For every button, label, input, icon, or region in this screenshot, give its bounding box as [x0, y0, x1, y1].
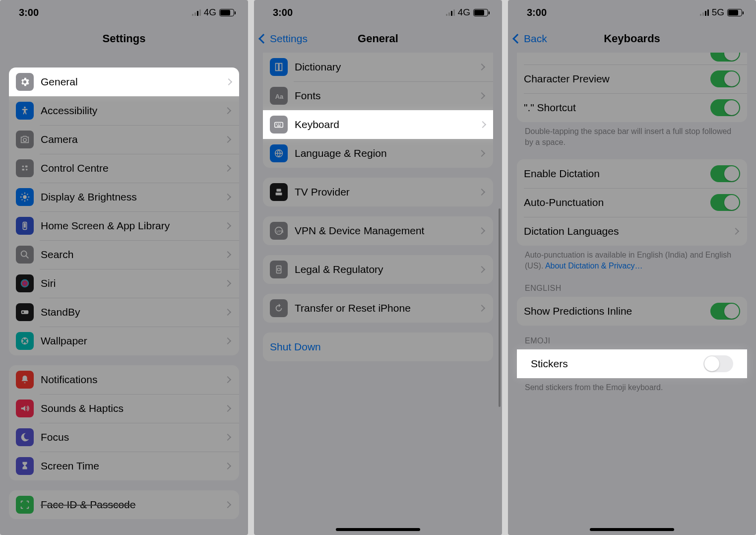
row-dictionary[interactable]: Dictionary: [263, 53, 493, 81]
signal-icon: [700, 9, 709, 16]
section-header: EMOJI: [517, 326, 747, 349]
row-accessibility[interactable]: Accessibility: [9, 96, 239, 125]
network-label: 4G: [204, 7, 216, 18]
svg-rect-3: [25, 166, 28, 168]
row-label: Screen Time: [41, 460, 225, 472]
toggle-switch[interactable]: [710, 194, 740, 211]
row-label: Home Screen & App Library: [41, 220, 225, 232]
row-display-brightness[interactable]: Display & Brightness: [9, 183, 239, 211]
face-id-icon: [16, 496, 34, 514]
row-camera[interactable]: Camera: [9, 125, 239, 154]
chevron-right-icon: [478, 227, 485, 234]
row-wallpaper[interactable]: Wallpaper: [9, 327, 239, 355]
chevron-right-icon: [224, 309, 231, 316]
home-indicator[interactable]: [590, 528, 674, 531]
row-label: Notifications: [41, 374, 225, 386]
home-indicator[interactable]: [336, 528, 420, 531]
row-label: Sounds & Haptics: [41, 402, 225, 414]
toggle-switch[interactable]: [710, 165, 740, 182]
chevron-left-icon: [512, 34, 522, 44]
keyboard-icon: [270, 116, 288, 134]
svg-rect-4: [22, 169, 25, 171]
chevron-right-icon: [478, 92, 485, 99]
row-stickers[interactable]: Stickers: [524, 349, 740, 378]
row-siri[interactable]: Siri: [9, 269, 239, 298]
toggle-predictions[interactable]: [710, 303, 740, 320]
row-character-preview[interactable]: Character Preview: [517, 65, 747, 93]
svg-point-0: [24, 107, 26, 109]
chevron-right-icon: [478, 150, 485, 157]
globe-icon: [270, 144, 288, 162]
phone-keyboards: 3:00 5G Back Keyboards Character Preview…: [508, 0, 756, 535]
svg-point-12: [22, 311, 24, 313]
svg-rect-25: [276, 189, 281, 192]
camera-icon: [16, 131, 34, 148]
legal-icon: [270, 261, 288, 278]
row-control-centre[interactable]: Control Centre: [9, 154, 239, 183]
toggle-switch[interactable]: [710, 53, 740, 62]
nav-bar: Settings General: [254, 25, 502, 53]
toggle-switch[interactable]: [710, 99, 740, 116]
row-language-region[interactable]: Language & Region: [263, 139, 493, 168]
gear-icon: [16, 73, 34, 91]
toggle-switch[interactable]: [710, 70, 740, 87]
row-enable-dictation[interactable]: Enable Dictation: [517, 159, 747, 188]
row-screen-time[interactable]: Screen Time: [9, 452, 239, 480]
row-focus[interactable]: Focus: [9, 423, 239, 452]
row-sounds-haptics[interactable]: Sounds & Haptics: [9, 394, 239, 423]
row-label: Show Predictions Inline: [524, 305, 710, 317]
row-notifications[interactable]: Notifications: [9, 365, 239, 394]
row--shortcut[interactable]: "." Shortcut: [517, 93, 747, 122]
chevron-right-icon: [479, 121, 486, 128]
signal-icon: [446, 9, 455, 16]
row-transfer-or-reset-iphone[interactable]: Transfer or Reset iPhone: [263, 294, 493, 323]
back-button[interactable]: Settings: [260, 33, 308, 45]
footer-note: Send stickers from the Emoji keyboard.: [517, 378, 747, 395]
row-tv-provider[interactable]: TV Provider: [263, 178, 493, 206]
row-face-id[interactable]: Face ID & Passcode: [9, 490, 239, 519]
row-home-screen-app-library[interactable]: Home Screen & App Library: [9, 211, 239, 240]
row-vpn-device-management[interactable]: VPNVPN & Device Management: [263, 216, 493, 245]
row-label: TV Provider: [295, 186, 479, 198]
display-icon: [16, 188, 34, 206]
chevron-right-icon: [225, 78, 232, 85]
status-time: 3:00: [527, 7, 547, 18]
chevron-right-icon: [224, 405, 231, 412]
scroll-indicator[interactable]: [499, 208, 501, 407]
row-search[interactable]: Search: [9, 240, 239, 269]
status-time: 3:00: [19, 7, 39, 18]
row-shutdown[interactable]: Shut Down: [263, 333, 493, 361]
siri-icon: [16, 274, 34, 292]
bell-icon: [16, 371, 34, 389]
row-label: Wallpaper: [41, 335, 225, 347]
chevron-right-icon: [478, 305, 485, 312]
svg-rect-20: [276, 124, 277, 125]
status-bar: 3:00 4G: [0, 0, 248, 25]
chevron-right-icon: [224, 251, 231, 258]
nav-bar: Back Keyboards: [508, 25, 756, 53]
row-fonts[interactable]: AaFonts: [263, 81, 493, 110]
svg-rect-26: [276, 193, 282, 196]
dictation-privacy-link[interactable]: About Dictation & Privacy…: [545, 262, 643, 270]
row-label: "." Shortcut: [524, 102, 710, 114]
chevron-right-icon: [732, 228, 739, 235]
row-dictation-languages[interactable]: Dictation Languages: [517, 217, 747, 246]
row-auto-punctuation[interactable]: Auto-Punctuation: [517, 188, 747, 217]
network-label: 4G: [458, 7, 470, 18]
svg-point-5: [26, 169, 28, 171]
row-label: Shut Down: [270, 341, 486, 353]
status-time: 3:00: [273, 7, 293, 18]
toggle-stickers[interactable]: [703, 355, 733, 372]
back-button[interactable]: Back: [514, 33, 547, 45]
row-label: Language & Region: [295, 147, 479, 159]
row-predictions[interactable]: Show Predictions Inline: [517, 297, 747, 326]
row-label: Focus: [41, 431, 225, 443]
row-keyboard[interactable]: Keyboard: [263, 110, 493, 139]
row-label: Auto-Punctuation: [524, 197, 710, 208]
status-bar: 3:00 4G: [254, 0, 502, 25]
row-standby[interactable]: StandBy: [9, 298, 239, 327]
row-general[interactable]: General: [9, 67, 239, 96]
svg-point-30: [277, 268, 280, 271]
row-legal-regulatory[interactable]: Legal & Regulatory: [263, 255, 493, 284]
footer-note: Auto-punctuation is available in English…: [517, 246, 747, 273]
